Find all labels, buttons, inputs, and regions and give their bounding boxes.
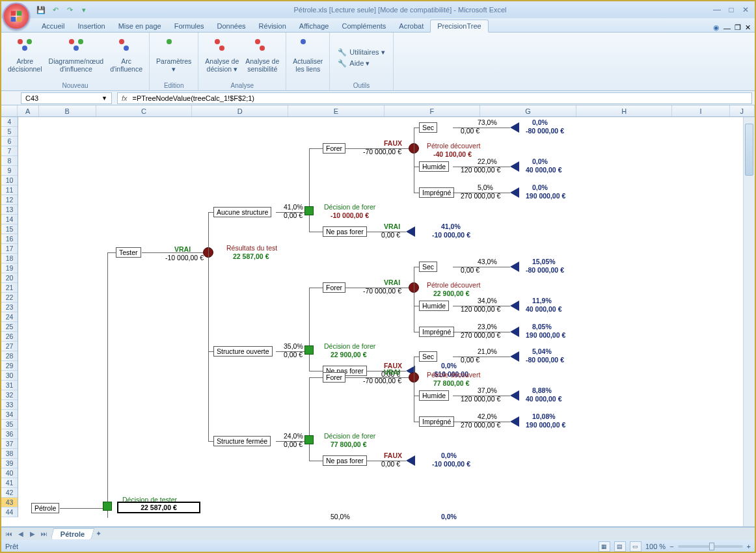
row-header-10[interactable]: 10 [1, 176, 18, 185]
row-headers[interactable]: 4567891011121314151617181920212223242526… [1, 117, 18, 517]
row-header-43[interactable]: 43 [1, 498, 18, 507]
fx-icon[interactable]: fx [122, 94, 128, 102]
tab-nav-last-icon[interactable]: ⏭ [39, 530, 49, 537]
insert-sheet-icon[interactable]: ✦ [96, 530, 101, 538]
ribbon-arc[interactable]: Arcd'influence [107, 34, 145, 82]
zoom-out-icon[interactable]: − [669, 543, 673, 550]
col-header-G[interactable]: G [480, 105, 576, 116]
tab-affichage[interactable]: Affichage [293, 20, 336, 32]
row-header-20[interactable]: 20 [1, 273, 18, 283]
sheet-tab-petrole[interactable]: Pétrole [51, 528, 95, 539]
doc-restore-icon[interactable]: ❐ [735, 23, 741, 32]
close-button[interactable]: ✕ [739, 5, 752, 15]
tab-formules[interactable]: Formules [168, 20, 211, 32]
row-header-42[interactable]: 42 [1, 488, 18, 498]
row-header-30[interactable]: 30 [1, 371, 18, 381]
col-header-I[interactable]: I [672, 105, 729, 116]
ribbon-arbre[interactable]: Arbredécisionnel [5, 34, 45, 82]
formula-bar[interactable]: fx =PTreeNodeValue(treeCalc_1!$F$2;1) [117, 92, 752, 104]
ribbon-minimize-icon[interactable]: — [723, 24, 731, 32]
column-headers[interactable]: ABCDEFGHIJ [1, 105, 755, 117]
row-header-31[interactable]: 31 [1, 381, 18, 390]
row-header-16[interactable]: 16 [1, 234, 18, 244]
row-header-25[interactable]: 25 [1, 322, 18, 332]
tab-precisiontree[interactable]: PrecisionTree [430, 20, 488, 33]
row-header-37[interactable]: 37 [1, 439, 18, 449]
col-header-A[interactable]: A [18, 105, 39, 116]
col-header-E[interactable]: E [288, 105, 385, 116]
row-header-44[interactable]: 44 [1, 507, 18, 517]
undo-icon[interactable]: ↶ [49, 4, 61, 16]
ribbon-diagramme-n-ud[interactable]: Diagramme/nœudd'influence [46, 34, 107, 82]
selected-cell[interactable]: 22 587,00 € [117, 502, 200, 513]
tab-données[interactable]: Données [211, 20, 252, 32]
row-header-4[interactable]: 4 [1, 117, 18, 127]
tab-nav-first-icon[interactable]: ⏮ [4, 530, 14, 537]
grid-canvas[interactable]: PétroleDécision de tester22 587,00 €Test… [18, 117, 743, 526]
row-header-22[interactable]: 22 [1, 293, 18, 303]
help-icon[interactable]: ◉ [713, 23, 720, 32]
namebox-dropdown-icon[interactable]: ▼ [101, 95, 107, 101]
save-icon[interactable]: 💾 [35, 4, 47, 16]
tab-insertion[interactable]: Insertion [71, 20, 111, 32]
tab-acrobat[interactable]: Acrobat [392, 20, 430, 32]
tab-nav-prev-icon[interactable]: ◀ [16, 530, 26, 537]
ribbon-actualiser[interactable]: Actualiserles liens [290, 34, 325, 89]
row-header-11[interactable]: 11 [1, 185, 18, 195]
row-header-29[interactable]: 29 [1, 361, 18, 371]
zoom-in-icon[interactable]: + [747, 543, 751, 550]
row-header-38[interactable]: 38 [1, 449, 18, 459]
tab-nav-next-icon[interactable]: ▶ [27, 530, 38, 537]
col-header-D[interactable]: D [192, 105, 288, 116]
row-header-5[interactable]: 5 [1, 127, 18, 137]
row-header-7[interactable]: 7 [1, 146, 18, 156]
name-box[interactable]: C43 ▼ [21, 92, 112, 104]
row-header-23[interactable]: 23 [1, 303, 18, 312]
row-header-32[interactable]: 32 [1, 390, 18, 400]
col-header-H[interactable]: H [576, 105, 673, 116]
office-button[interactable] [3, 3, 30, 30]
col-header-J[interactable]: J [730, 105, 755, 116]
qat-dropdown-icon[interactable]: ▾ [78, 4, 90, 16]
row-header-12[interactable]: 12 [1, 195, 18, 205]
row-header-8[interactable]: 8 [1, 156, 18, 166]
ribbon-analyse-de[interactable]: Analyse dedécision ▾ [202, 34, 241, 82]
row-header-15[interactable]: 15 [1, 224, 18, 234]
row-header-33[interactable]: 33 [1, 400, 18, 410]
tab-compléments[interactable]: Compléments [335, 20, 392, 32]
row-header-9[interactable]: 9 [1, 166, 18, 176]
row-header-27[interactable]: 27 [1, 342, 18, 351]
col-header-B[interactable]: B [39, 105, 96, 116]
ribbon-menu-aide[interactable]: 🔧 Aide ▾ [334, 58, 388, 69]
col-header-corner[interactable] [1, 105, 18, 116]
row-header-35[interactable]: 35 [1, 420, 18, 429]
tab-révision[interactable]: Révision [252, 20, 293, 32]
row-header-39[interactable]: 39 [1, 459, 18, 468]
row-header-41[interactable]: 41 [1, 478, 18, 488]
view-pagebreak-icon[interactable]: ▭ [630, 541, 641, 552]
row-header-21[interactable]: 21 [1, 283, 18, 293]
row-header-14[interactable]: 14 [1, 215, 18, 224]
maximize-button[interactable]: □ [725, 5, 738, 15]
ribbon-analyse-de[interactable]: Analyse desensibilité [243, 34, 282, 82]
ribbon-menu-utilitaires[interactable]: 🔧 Utilitaires ▾ [334, 47, 388, 58]
row-header-6[interactable]: 6 [1, 137, 18, 146]
row-header-19[interactable]: 19 [1, 263, 18, 273]
row-header-17[interactable]: 17 [1, 244, 18, 254]
row-header-36[interactable]: 36 [1, 429, 18, 439]
vertical-scrollbar[interactable] [743, 117, 755, 526]
zoom-thumb[interactable] [709, 543, 714, 550]
view-normal-icon[interactable]: ▦ [599, 541, 610, 552]
row-header-24[interactable]: 24 [1, 312, 18, 322]
row-header-13[interactable]: 13 [1, 205, 18, 215]
row-header-40[interactable]: 40 [1, 468, 18, 478]
row-header-28[interactable]: 28 [1, 351, 18, 361]
ribbon-param-tres[interactable]: Paramètres▾ [154, 34, 194, 82]
view-layout-icon[interactable]: ▤ [614, 541, 626, 552]
tab-accueil[interactable]: Accueil [35, 20, 71, 32]
col-header-F[interactable]: F [385, 105, 481, 116]
col-header-C[interactable]: C [96, 105, 193, 116]
zoom-slider[interactable] [678, 545, 743, 548]
tab-mise-en-page[interactable]: Mise en page [112, 20, 168, 32]
row-header-34[interactable]: 34 [1, 410, 18, 420]
